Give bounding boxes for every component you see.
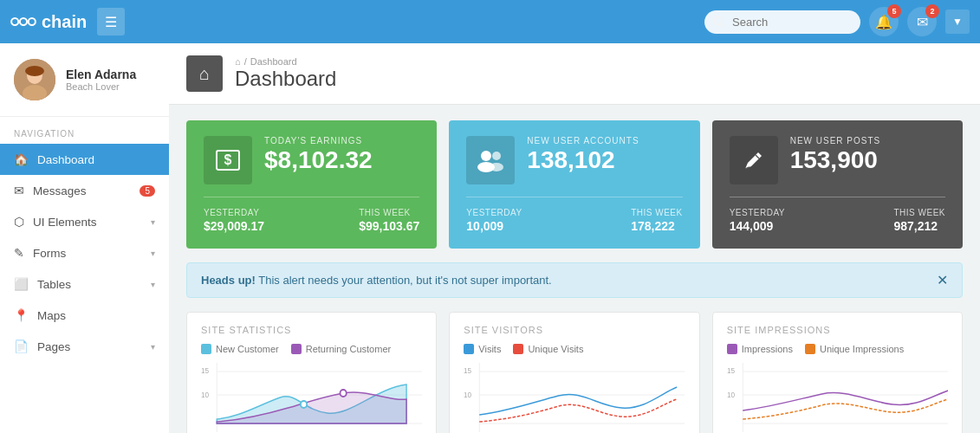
svg-text:$: $ [224, 152, 232, 167]
nav-section-label: NAVIGATION [0, 117, 169, 144]
alert-text: Heads up! This alert needs your attentio… [201, 274, 552, 287]
posts-value: 153,900 [790, 147, 945, 174]
avatar [14, 59, 55, 100]
sidebar-item-pages[interactable]: 📄 Pages ▾ [0, 331, 169, 362]
posts-label: NEW USER POSTS [790, 136, 945, 145]
user-role: Beach Lover [66, 81, 136, 92]
nav-left: chain ☰ [10, 8, 125, 36]
user-dropdown-button[interactable]: ▼ [945, 10, 970, 34]
earnings-yesterday: YESTERDAY $29,009.17 [204, 208, 264, 233]
nav-right: 🔔 5 ✉ 2 ▼ [704, 7, 970, 36]
svg-text:15: 15 [464, 366, 471, 375]
svg-point-0 [11, 18, 18, 25]
chart-title-impressions: SITE IMPRESSIONS [727, 325, 948, 335]
users-label: NEW USER ACCOUNTS [527, 136, 682, 145]
stat-card-users: NEW USER ACCOUNTS 138,102 YESTERDAY 10,0… [449, 120, 699, 249]
user-profile: Elen Adarna Beach Lover [0, 43, 169, 117]
user-name: Elen Adarna [66, 68, 136, 81]
notifications-button[interactable]: 🔔 5 [869, 7, 899, 36]
content-body: $ TODAY'S EARNINGS $8,102.32 YESTERDAY $… [169, 105, 980, 433]
breadcrumb-current: Dashboard [250, 56, 297, 67]
forms-icon: ✎ [14, 246, 24, 260]
stat-card-top-earnings: $ TODAY'S EARNINGS $8,102.32 [204, 136, 419, 184]
stat-card-bottom-users: YESTERDAY 10,009 THIS WEEK 178,222 [466, 197, 682, 233]
legend-item-visits: Visits [464, 344, 501, 354]
search-input[interactable] [704, 10, 860, 34]
chart-legend-statistics: New Customer Returning Customer [201, 344, 422, 354]
logo-icon [10, 14, 36, 29]
chart-legend-visitors: Visits Unique Visits [464, 344, 685, 354]
stat-card-bottom-earnings: YESTERDAY $29,009.17 THIS WEEK $99,103.6… [204, 197, 419, 233]
users-icon [466, 136, 515, 184]
pages-icon: 📄 [14, 339, 29, 353]
notifications-badge: 5 [887, 4, 901, 18]
alert-box: Heads up! This alert needs your attentio… [186, 262, 963, 298]
sidebar-label-pages: Pages [37, 340, 142, 353]
legend-label-unique-impressions: Unique Impressions [820, 344, 904, 354]
legend-label-new: New Customer [216, 344, 279, 354]
page-title: Dashboard [235, 67, 336, 91]
stat-card-bottom-posts: YESTERDAY 144,009 THIS WEEK 987,212 [730, 197, 945, 233]
sidebar-item-tables[interactable]: ⬜ Tables ▾ [0, 268, 169, 300]
legend-label-unique: Unique Visits [528, 344, 583, 354]
sidebar-label-forms: Forms [33, 247, 142, 260]
chart-card-impressions: SITE IMPRESSIONS Impressions Unique Impr… [712, 312, 963, 433]
messages-button[interactable]: ✉ 2 [907, 7, 937, 36]
legend-dot-returning [291, 344, 302, 354]
user-info: Elen Adarna Beach Lover [66, 68, 136, 92]
sidebar-label-dashboard: Dashboard [37, 153, 155, 166]
chart-area-statistics: 15 10 [201, 363, 422, 432]
svg-point-24 [340, 390, 346, 397]
breadcrumb: ⌂ / Dashboard [235, 56, 336, 67]
chart-title-statistics: SITE STATISTICS [201, 325, 422, 335]
alert-bold: Heads up! [201, 274, 256, 287]
top-nav: chain ☰ 🔔 5 ✉ 2 ▼ [0, 0, 980, 43]
posts-icon [730, 136, 778, 184]
posts-week: THIS WEEK 987,212 [893, 208, 945, 233]
avatar-image [14, 59, 55, 100]
svg-point-8 [25, 66, 44, 76]
svg-text:10: 10 [201, 391, 209, 399]
svg-point-11 [481, 151, 491, 161]
stat-card-main-earnings: TODAY'S EARNINGS $8,102.32 [264, 136, 419, 174]
svg-text:15: 15 [727, 366, 735, 375]
chevron-down-icon-pages: ▾ [151, 342, 155, 352]
stat-card-top-posts: NEW USER POSTS 153,900 [730, 136, 945, 184]
stat-card-main-users: NEW USER ACCOUNTS 138,102 [527, 136, 682, 174]
alert-close-button[interactable]: ✕ [937, 272, 948, 288]
sidebar-label-ui: UI Elements [33, 216, 142, 229]
legend-dot-visits [464, 344, 474, 354]
sidebar-item-dashboard[interactable]: 🏠 Dashboard [0, 144, 169, 175]
users-week: THIS WEEK 178,222 [631, 208, 683, 233]
sidebar: Elen Adarna Beach Lover NAVIGATION 🏠 Das… [0, 43, 169, 433]
chart-area-impressions: 15 10 [727, 363, 948, 432]
chart-area-visitors: 15 10 [464, 363, 685, 432]
stat-card-earnings: $ TODAY'S EARNINGS $8,102.32 YESTERDAY $… [186, 120, 437, 249]
legend-item-new: New Customer [201, 344, 279, 354]
page-header-text: ⌂ / Dashboard Dashboard [235, 56, 336, 91]
envelope-icon: ✉ [917, 14, 928, 30]
svg-text:10: 10 [727, 391, 735, 399]
search-wrapper [704, 10, 860, 34]
messages-icon: ✉ [14, 184, 24, 197]
sidebar-item-forms[interactable]: ✎ Forms ▾ [0, 237, 169, 268]
sidebar-label-messages: Messages [33, 184, 131, 197]
legend-dot-unique [513, 344, 523, 354]
legend-item-returning: Returning Customer [291, 344, 391, 354]
ui-icon: ⬡ [14, 215, 24, 229]
sidebar-item-messages[interactable]: ✉ Messages 5 [0, 175, 169, 206]
chart-card-visitors: SITE VISITORS Visits Unique Visits [449, 312, 699, 433]
chart-card-statistics: SITE STATISTICS New Customer Returning C… [186, 312, 437, 433]
sidebar-item-maps[interactable]: 📍 Maps [0, 300, 169, 331]
sidebar-label-tables: Tables [37, 278, 142, 291]
app-name: chain [42, 12, 87, 32]
hamburger-button[interactable]: ☰ [97, 8, 125, 36]
earnings-label: TODAY'S EARNINGS [264, 136, 419, 145]
legend-label-visits: Visits [478, 344, 501, 354]
chevron-down-icon-forms: ▾ [151, 249, 155, 258]
posts-yesterday: YESTERDAY 144,009 [730, 208, 785, 233]
svg-point-1 [20, 18, 27, 25]
svg-text:10: 10 [464, 391, 471, 399]
sidebar-item-ui-elements[interactable]: ⬡ UI Elements ▾ [0, 206, 169, 237]
stat-card-top-users: NEW USER ACCOUNTS 138,102 [466, 136, 682, 184]
